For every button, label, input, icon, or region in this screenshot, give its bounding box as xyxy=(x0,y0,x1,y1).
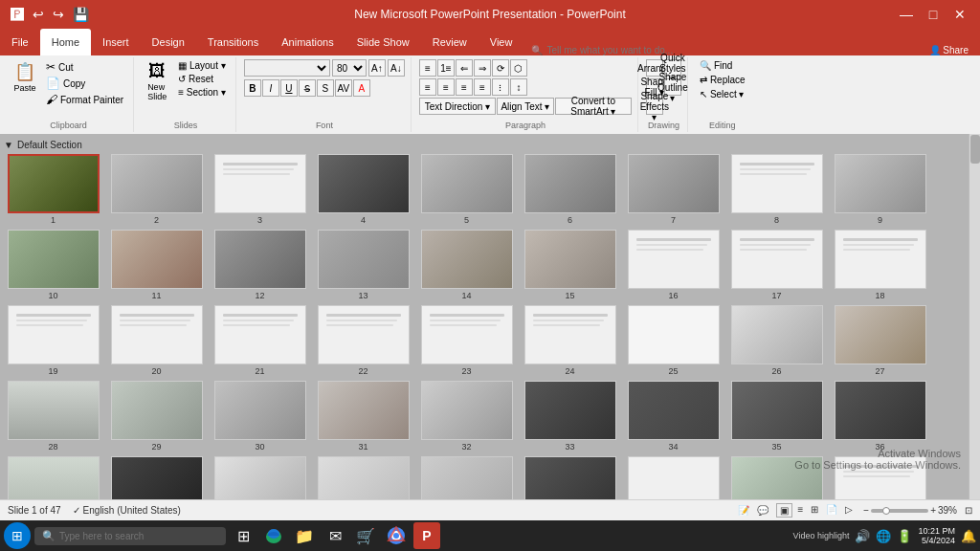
save-button[interactable]: 💾 xyxy=(70,5,92,24)
slide-item[interactable]: 36 xyxy=(831,381,929,452)
slide-item[interactable]: 41 xyxy=(417,456,516,499)
new-slide-button[interactable]: 🖼 NewSlide xyxy=(142,59,172,103)
slide-item[interactable]: 20 xyxy=(107,305,206,376)
align-right-button[interactable]: ≡ xyxy=(456,78,473,96)
slide-item[interactable]: 21 xyxy=(211,305,309,376)
start-button[interactable]: ⊞ xyxy=(4,522,31,549)
tab-insert[interactable]: Insert xyxy=(91,29,141,55)
tab-design[interactable]: Design xyxy=(141,29,196,55)
bullets-button[interactable]: ≡ xyxy=(419,59,436,77)
slide-item[interactable]: 31 xyxy=(314,381,412,452)
decrease-font-button[interactable]: A↓ xyxy=(388,59,405,77)
taskbar-app-powerpoint[interactable]: P xyxy=(413,522,440,549)
paste-button[interactable]: 📋 Paste xyxy=(10,59,40,95)
align-left-button[interactable]: ≡ xyxy=(419,78,436,96)
slide-item[interactable]: 14 xyxy=(417,230,516,300)
notes-view-button[interactable]: 📄 xyxy=(823,503,840,518)
slides-panel[interactable]: ▼ Default Section 1234567891011121314151… xyxy=(0,134,969,499)
taskbar-search-input[interactable] xyxy=(59,531,218,541)
slide-item[interactable]: 11 xyxy=(107,230,206,300)
slide-item[interactable]: 34 xyxy=(624,381,723,452)
line-spacing-button[interactable]: ↕ xyxy=(510,78,527,96)
reading-view-button[interactable]: ▷ xyxy=(842,503,856,518)
tab-file[interactable]: File xyxy=(0,29,40,55)
increase-indent-button[interactable]: ⇒ xyxy=(474,59,491,77)
justify-button[interactable]: ≡ xyxy=(474,78,491,96)
slide-item[interactable]: 10 xyxy=(4,230,102,300)
slide-item[interactable]: 4 xyxy=(314,154,412,225)
slide-item[interactable]: 40 xyxy=(314,456,412,499)
slide-item[interactable]: 15 xyxy=(521,230,619,300)
slide-item[interactable]: 19 xyxy=(4,305,102,376)
tab-transitions[interactable]: Transitions xyxy=(196,29,270,55)
redo-button[interactable]: ↪ xyxy=(50,5,67,24)
slide-item[interactable]: 38 xyxy=(107,456,206,499)
layout-button[interactable]: ▦ Layout ▾ xyxy=(174,59,230,72)
taskbar-app-chrome[interactable] xyxy=(383,522,410,549)
slide-item[interactable]: 37 xyxy=(4,456,102,499)
close-button[interactable]: ✕ xyxy=(947,4,972,25)
char-spacing-button[interactable]: AV xyxy=(335,79,352,97)
slide-item[interactable]: 13 xyxy=(314,230,412,300)
slide-item[interactable]: 24 xyxy=(521,305,619,376)
slide-item[interactable]: 45 xyxy=(831,456,929,499)
normal-view-button[interactable]: ▣ xyxy=(776,503,792,518)
italic-button[interactable]: I xyxy=(262,79,279,97)
slide-item[interactable]: 12 xyxy=(211,230,309,300)
slide-item[interactable]: 1 xyxy=(4,154,102,225)
volume-icon[interactable]: 🔊 xyxy=(855,529,870,543)
slide-item[interactable]: 30 xyxy=(211,381,309,452)
decrease-indent-button[interactable]: ⇐ xyxy=(456,59,473,77)
taskbar-app-edge[interactable] xyxy=(260,522,287,549)
increase-font-button[interactable]: A↑ xyxy=(368,59,386,77)
maximize-button[interactable]: □ xyxy=(921,4,946,25)
fit-slide-button[interactable]: ⊡ xyxy=(965,505,972,516)
undo-button[interactable]: ↩ xyxy=(30,5,47,24)
slide-item[interactable]: 6 xyxy=(521,154,619,225)
tab-home[interactable]: Home xyxy=(40,29,91,55)
slide-item[interactable]: 26 xyxy=(727,305,826,376)
share-button[interactable]: 👤 Share xyxy=(918,45,980,55)
cut-button[interactable]: ✂ Cut xyxy=(42,59,127,75)
tab-view[interactable]: View xyxy=(479,29,524,55)
numbering-button[interactable]: 1≡ xyxy=(437,59,455,77)
comments-button[interactable]: 💬 xyxy=(757,505,768,516)
system-clock[interactable]: 10:21 PM 5/4/2024 xyxy=(918,526,955,545)
taskbar-app-mail[interactable]: ✉ xyxy=(322,522,348,549)
taskbar-app-store[interactable]: 🛒 xyxy=(352,522,379,549)
slide-item[interactable]: 17 xyxy=(727,230,826,300)
slide-item[interactable]: 43 xyxy=(624,456,723,499)
section-collapse-icon[interactable]: ▼ xyxy=(4,140,13,150)
reset-button[interactable]: ↺ Reset xyxy=(174,73,230,85)
slide-item[interactable]: 35 xyxy=(727,381,826,452)
align-text-button[interactable]: Align Text ▾ xyxy=(497,98,554,115)
slide-item[interactable]: 33 xyxy=(521,381,619,452)
copy-button[interactable]: 📄 Copy xyxy=(42,76,127,91)
outline-view-button[interactable]: ≡ xyxy=(794,503,806,518)
slide-item[interactable]: 32 xyxy=(417,381,516,452)
convert-smartart-button[interactable]: ⬡ xyxy=(510,59,527,77)
slide-item[interactable]: 9 xyxy=(831,154,929,225)
text-direction-btn2[interactable]: Text Direction ▾ xyxy=(419,98,496,115)
text-direction-button[interactable]: ⟳ xyxy=(492,59,509,77)
slide-item[interactable]: 42 xyxy=(521,456,619,499)
slide-item[interactable]: 28 xyxy=(4,381,102,452)
slide-item[interactable]: 27 xyxy=(831,305,929,376)
strikethrough-button[interactable]: S̶ xyxy=(299,79,316,97)
slide-item[interactable]: 3 xyxy=(211,154,309,225)
bold-button[interactable]: B xyxy=(244,79,261,97)
find-button[interactable]: 🔍 Find xyxy=(696,59,736,72)
taskbar-app-taskview[interactable]: ⊞ xyxy=(230,522,256,549)
font-family-select[interactable] xyxy=(244,59,330,77)
zoom-slider[interactable] xyxy=(871,509,928,513)
zoom-in-button[interactable]: + xyxy=(930,505,936,516)
slide-item[interactable]: 44 xyxy=(727,456,826,499)
taskbar-app-explorer[interactable]: 📁 xyxy=(291,522,318,549)
scrollbar-thumb[interactable] xyxy=(970,135,980,164)
replace-button[interactable]: ⇄ Replace xyxy=(696,74,749,86)
columns-button[interactable]: ⫶ xyxy=(492,78,509,96)
slide-item[interactable]: 23 xyxy=(417,305,516,376)
slide-item[interactable]: 16 xyxy=(624,230,723,300)
slide-item[interactable]: 18 xyxy=(831,230,929,300)
notification-icon[interactable]: 🔔 xyxy=(961,529,976,543)
